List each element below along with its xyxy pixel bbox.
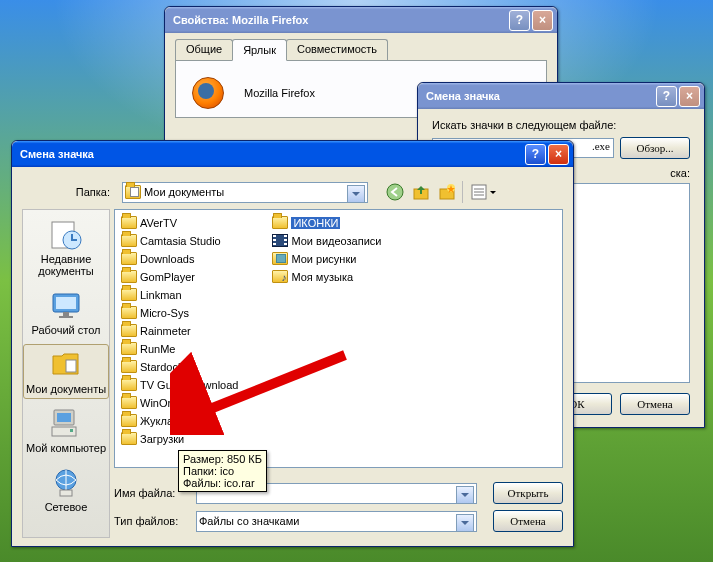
list-item-label: Linkman <box>140 289 182 301</box>
chevron-down-icon <box>490 191 496 194</box>
list-item-label: Мои видеозаписи <box>291 235 381 247</box>
help-button[interactable]: ? <box>656 86 677 107</box>
list-item-label: Rainmeter <box>140 325 191 337</box>
open-dialog-title: Смена значка <box>20 148 525 160</box>
list-item[interactable]: Micro-Sys <box>119 304 240 321</box>
change-icon-bg-titlebar[interactable]: Смена значка ? × <box>418 83 704 109</box>
lookin-label: Папка: <box>22 186 116 198</box>
list-item[interactable]: Downloads <box>119 250 240 267</box>
list-item[interactable]: Загрузки <box>119 430 240 447</box>
list-item[interactable]: Мои видеозаписи <box>270 232 383 249</box>
list-item[interactable]: RunMe <box>119 340 240 357</box>
help-button[interactable]: ? <box>509 10 530 31</box>
close-button[interactable]: × <box>532 10 553 31</box>
filetype-dropdown[interactable]: Файлы со значками <box>196 511 477 532</box>
svg-rect-12 <box>63 312 69 316</box>
lookin-dropdown[interactable]: Мои документы <box>122 182 368 203</box>
desktop-icon <box>50 289 82 321</box>
list-item[interactable]: Rainmeter <box>119 322 240 339</box>
close-button[interactable]: × <box>548 144 569 165</box>
list-item[interactable]: Моя музыка <box>270 268 383 285</box>
place-network[interactable]: Сетевое <box>23 462 109 517</box>
lookin-value: Мои документы <box>144 186 224 198</box>
folder-icon <box>121 252 137 265</box>
up-one-level-button[interactable] <box>410 181 432 203</box>
folder-icon <box>121 234 137 247</box>
svg-rect-20 <box>60 490 72 496</box>
folder-icon <box>121 288 137 301</box>
list-item[interactable]: TV Guide Download <box>119 376 240 393</box>
list-item-label: Camtasia Studio <box>140 235 221 247</box>
back-button[interactable] <box>384 181 406 203</box>
properties-title: Свойства: Mozilla Firefox <box>173 14 509 26</box>
firefox-icon <box>192 77 224 109</box>
list-item[interactable]: Мои рисунки <box>270 250 383 267</box>
folder-icon <box>121 270 137 283</box>
place-mycomputer[interactable]: Мой компьютер <box>23 403 109 458</box>
list-item-label: Micro-Sys <box>140 307 189 319</box>
list-item[interactable]: AVerTV <box>119 214 240 231</box>
svg-rect-14 <box>66 360 76 372</box>
cancel-button[interactable]: Отмена <box>620 393 690 415</box>
list-item-label: AVerTV <box>140 217 177 229</box>
folder-icon <box>121 342 137 355</box>
folder-icon <box>121 432 137 445</box>
svg-rect-18 <box>70 429 73 432</box>
folder-icon <box>121 378 137 391</box>
tooltip: Размер: 850 КБ Папки: ico Файлы: ico.rar <box>178 450 267 492</box>
folder-icon <box>121 306 137 319</box>
place-mydocuments[interactable]: Мои документы <box>23 344 109 399</box>
my-computer-icon <box>50 407 82 439</box>
pictures-folder-icon <box>272 252 288 265</box>
tab-compat[interactable]: Совместимость <box>286 39 388 60</box>
list-item[interactable]: Linkman <box>119 286 240 303</box>
place-desktop[interactable]: Рабочий стол <box>23 285 109 340</box>
list-item-label: Downloads <box>140 253 194 265</box>
list-item-label: Stardock <box>140 361 183 373</box>
video-folder-icon <box>272 234 288 247</box>
file-list[interactable]: AVerTVCamtasia StudioDownloadsGomPlayerL… <box>114 209 563 468</box>
places-bar: Недавние документы Рабочий стол Мои доку… <box>22 209 110 538</box>
help-button[interactable]: ? <box>525 144 546 165</box>
tab-general[interactable]: Общие <box>175 39 233 60</box>
change-icon-bg-title: Смена значка <box>426 90 656 102</box>
list-item-label: TV Guide Download <box>140 379 238 391</box>
views-button[interactable] <box>462 181 498 203</box>
svg-point-0 <box>387 184 403 200</box>
browse-button[interactable]: Обзор... <box>620 137 690 159</box>
list-item[interactable]: Stardock <box>119 358 240 375</box>
close-button[interactable]: × <box>679 86 700 107</box>
list-item[interactable]: ИКОНКИ <box>270 214 383 231</box>
list-item-label: Моя музыка <box>291 271 353 283</box>
tab-shortcut[interactable]: Ярлык <box>232 39 287 61</box>
place-recent[interactable]: Недавние документы <box>23 214 109 281</box>
folder-icon <box>121 360 137 373</box>
list-item[interactable]: GomPlayer <box>119 268 240 285</box>
svg-rect-13 <box>59 316 73 318</box>
list-item-label: ИКОНКИ <box>291 217 340 229</box>
list-item-label: WinOrganizer <box>140 397 207 409</box>
svg-rect-11 <box>56 297 76 309</box>
music-folder-icon <box>272 270 288 283</box>
app-name-label: Mozilla Firefox <box>244 87 315 99</box>
list-item[interactable]: Жукладочник <box>119 412 240 429</box>
list-item-label: Загрузки <box>140 433 184 445</box>
folder-icon <box>121 414 137 427</box>
list-item[interactable]: WinOrganizer <box>119 394 240 411</box>
network-icon <box>50 466 82 498</box>
search-label: Искать значки в следующем файле: <box>432 119 690 131</box>
svg-rect-16 <box>57 413 71 422</box>
open-dialog-titlebar[interactable]: Смена значка ? × <box>12 141 573 167</box>
list-item-label: Мои рисунки <box>291 253 356 265</box>
open-button[interactable]: Открыть <box>493 482 563 504</box>
properties-titlebar[interactable]: Свойства: Mozilla Firefox ? × <box>165 7 557 33</box>
list-item-label: RunMe <box>140 343 175 355</box>
open-dialog-window: Смена значка ? × Папка: Мои документы <box>11 140 574 547</box>
my-documents-icon <box>125 185 141 199</box>
folder-icon <box>272 216 288 229</box>
cancel-button[interactable]: Отмена <box>493 510 563 532</box>
folder-icon <box>121 216 137 229</box>
folder-icon <box>121 324 137 337</box>
new-folder-button[interactable] <box>436 181 458 203</box>
list-item[interactable]: Camtasia Studio <box>119 232 240 249</box>
